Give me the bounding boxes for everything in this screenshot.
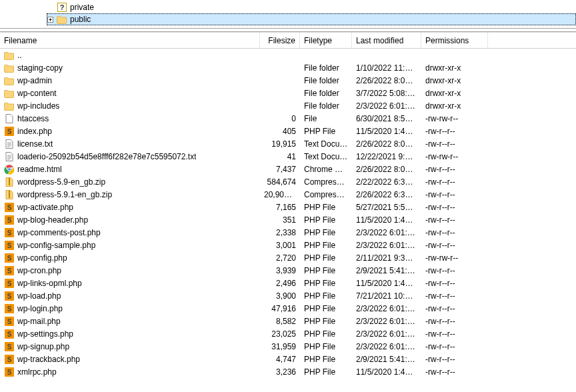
svg-point-7	[8, 167, 11, 170]
column-header-filetype[interactable]: Filetype	[300, 33, 352, 48]
file-row[interactable]: loaderio-25092b54d5e8fff6f282e78e7c55950…	[0, 150, 576, 163]
file-type: PHP File	[300, 304, 352, 313]
file-modified: 2/9/2021 5:41:2…	[352, 266, 421, 275]
file-row[interactable]: Sindex.php405PHP File11/5/2020 1:42:…-rw…	[0, 125, 576, 137]
file-row[interactable]: Swp-trackback.php4,747PHP File2/9/2021 5…	[0, 353, 576, 365]
file-row[interactable]: Sxmlrpc.php3,236PHP File11/5/2020 1:42:……	[0, 365, 576, 378]
file-permissions: -rw-r--r--	[421, 127, 488, 136]
file-icon	[4, 113, 15, 124]
php-icon: S	[4, 291, 15, 301]
column-header-filename[interactable]: Filename	[0, 33, 260, 48]
file-row[interactable]: ..	[0, 49, 576, 61]
file-rows: ..staging-copyFile folder1/10/2022 11:4……	[0, 49, 576, 378]
file-type: PHP File	[300, 203, 352, 212]
file-name: htaccess	[17, 114, 49, 123]
svg-rect-8	[9, 178, 10, 185]
file-name: wp-links-opml.php	[17, 279, 82, 288]
file-permissions: -rw-rw-r--	[421, 114, 488, 123]
php-icon: S	[4, 316, 15, 327]
file-name: wp-load.php	[17, 291, 61, 301]
file-row[interactable]: wordpress-5.9.1-en_gb.zip20,904,423Compr…	[0, 188, 576, 201]
file-modified: 2/3/2022 6:01:3…	[352, 241, 421, 250]
file-row[interactable]: wp-adminFile folder2/26/2022 8:04:…drwxr…	[0, 74, 576, 87]
file-row[interactable]: Swp-signup.php31,959PHP File2/3/2022 6:0…	[0, 340, 576, 353]
php-icon: S	[4, 354, 15, 365]
file-row[interactable]: wordpress-5.9-en_gb.zip584,674Compresse……	[0, 175, 576, 188]
file-size: 8,582	[260, 317, 300, 326]
file-modified: 11/5/2020 1:42:…	[352, 215, 421, 225]
file-modified: 2/26/2022 8:04:…	[352, 139, 421, 149]
file-size: 19,915	[260, 139, 300, 149]
file-row[interactable]: htaccess0File6/30/2021 8:57:…-rw-rw-r--	[0, 112, 576, 125]
php-icon: S	[4, 253, 15, 263]
file-type: PHP File	[300, 266, 352, 275]
file-row[interactable]: Swp-activate.php7,165PHP File5/27/2021 5…	[0, 201, 576, 213]
file-name: wp-trackback.php	[17, 355, 80, 364]
php-icon: S	[4, 202, 15, 213]
file-size: 2,720	[260, 253, 300, 263]
file-size: 20,904,423	[260, 190, 300, 199]
file-size: 2,338	[260, 228, 300, 237]
file-modified: 2/26/2022 6:31:…	[352, 190, 421, 199]
svg-text:S: S	[7, 369, 12, 376]
folder-icon	[4, 63, 15, 73]
svg-text:S: S	[7, 217, 12, 224]
file-modified: 2/26/2022 8:04:…	[352, 76, 421, 85]
php-icon: S	[4, 126, 15, 137]
file-size: 7,437	[260, 165, 300, 174]
file-name: xmlrpc.php	[17, 367, 57, 377]
file-permissions: -rw-rw-r--	[421, 253, 488, 263]
svg-text:S: S	[7, 229, 12, 237]
file-row[interactable]: wp-includesFile folder2/3/2022 6:01:4…dr…	[0, 99, 576, 112]
file-size: 405	[260, 127, 300, 136]
file-type: Compresse…	[300, 190, 352, 199]
file-row[interactable]: wp-contentFile folder3/7/2022 5:08:4…drw…	[0, 87, 576, 99]
file-row[interactable]: license.txt19,915Text Docu…2/26/2022 8:0…	[0, 137, 576, 150]
file-size: 3,900	[260, 291, 300, 301]
file-row[interactable]: Swp-config-sample.php3,001PHP File2/3/20…	[0, 239, 576, 251]
file-size: 2,496	[260, 279, 300, 288]
file-modified: 1/10/2022 11:4…	[352, 63, 421, 73]
column-header-permissions[interactable]: Permissions	[421, 33, 488, 48]
svg-text:S: S	[7, 267, 12, 275]
file-type: PHP File	[300, 342, 352, 351]
text-icon	[4, 151, 15, 162]
file-modified: 2/3/2022 6:01:4…	[352, 304, 421, 313]
file-size: 23,025	[260, 329, 300, 339]
file-row[interactable]: Swp-links-opml.php2,496PHP File11/5/2020…	[0, 277, 576, 289]
file-size: 4,747	[260, 355, 300, 364]
file-name: wp-activate.php	[17, 203, 73, 212]
file-type: File folder	[300, 76, 352, 85]
file-row[interactable]: Swp-config.php2,720PHP File2/11/2021 9:3…	[0, 251, 576, 264]
file-type: PHP File	[300, 253, 352, 263]
zip-icon	[4, 189, 15, 200]
file-row[interactable]: Swp-load.php3,900PHP File7/21/2021 10:0……	[0, 289, 576, 302]
file-modified: 7/21/2021 10:0…	[352, 291, 421, 301]
file-row[interactable]: Swp-blog-header.php351PHP File11/5/2020 …	[0, 213, 576, 226]
php-icon: S	[4, 265, 15, 276]
file-row[interactable]: readme.html7,437Chrome H…2/26/2022 8:04:…	[0, 163, 576, 175]
tree-item[interactable]: public	[47, 13, 576, 25]
column-header-filesize[interactable]: Filesize	[260, 33, 300, 48]
column-header-modified[interactable]: Last modified	[352, 33, 421, 48]
file-permissions: -rw-rw-r--	[421, 152, 488, 161]
file-row[interactable]: Swp-login.php47,916PHP File2/3/2022 6:01…	[0, 302, 576, 315]
file-type: PHP File	[300, 329, 352, 339]
file-row[interactable]: Swp-cron.php3,939PHP File2/9/2021 5:41:2…	[0, 264, 576, 277]
folder-tree[interactable]: ?privatepublic	[0, 0, 576, 28]
file-row[interactable]: Swp-comments-post.php2,338PHP File2/3/20…	[0, 226, 576, 239]
file-modified: 2/3/2022 6:01:3…	[352, 317, 421, 326]
file-row[interactable]: staging-copyFile folder1/10/2022 11:4…dr…	[0, 61, 576, 74]
text-icon	[4, 139, 15, 149]
file-name: wp-includes	[17, 101, 59, 111]
file-row[interactable]: Swp-mail.php8,582PHP File2/3/2022 6:01:3…	[0, 315, 576, 327]
file-row[interactable]: Swp-settings.php23,025PHP File2/3/2022 6…	[0, 327, 576, 340]
file-type: PHP File	[300, 228, 352, 237]
file-permissions: -rw-r--r--	[421, 329, 488, 339]
tree-item[interactable]: ?private	[47, 1, 576, 13]
file-modified: 2/26/2022 8:04:…	[352, 165, 421, 174]
file-type: PHP File	[300, 317, 352, 326]
file-modified: 2/3/2022 6:01:4…	[352, 342, 421, 351]
file-permissions: -rw-r--r--	[421, 291, 488, 301]
expand-icon[interactable]	[47, 16, 54, 23]
